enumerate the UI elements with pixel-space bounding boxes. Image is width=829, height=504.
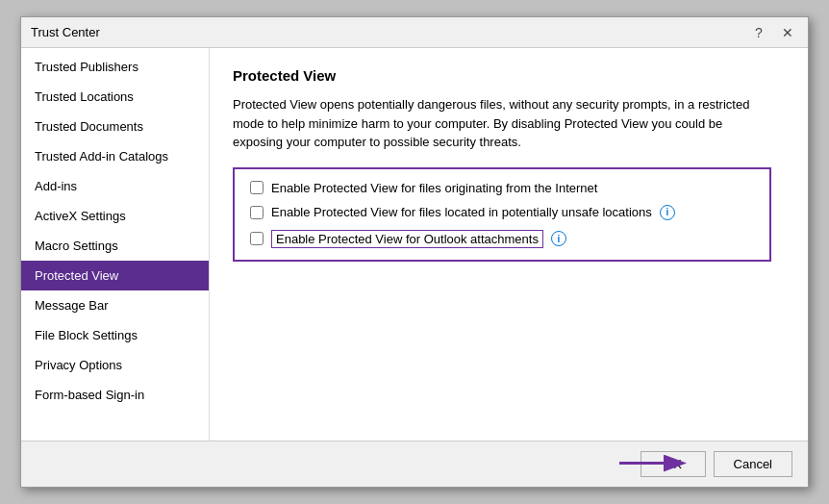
sidebar: Trusted Publishers Trusted Locations Tru… — [21, 48, 210, 441]
checkbox-outlook[interactable] — [250, 232, 264, 245]
close-button[interactable]: ✕ — [777, 22, 798, 43]
sidebar-item-trusted-documents[interactable]: Trusted Documents — [21, 112, 209, 141]
option-label-internet[interactable]: Enable Protected View for files originat… — [271, 181, 597, 195]
dialog-body: Trusted Publishers Trusted Locations Tru… — [21, 48, 808, 441]
option-row-internet: Enable Protected View for files originat… — [250, 181, 754, 195]
arrow-container — [615, 445, 692, 483]
info-icon-outlook[interactable]: i — [551, 231, 566, 246]
sidebar-item-trusted-publishers[interactable]: Trusted Publishers — [21, 52, 209, 82]
dialog-title: Trust Center — [31, 25, 100, 39]
sidebar-item-trusted-add-in-catalogs[interactable]: Trusted Add-in Catalogs — [21, 141, 209, 171]
checkbox-unsafe-locations[interactable] — [250, 206, 264, 219]
description-text: Protected View opens potentially dangero… — [233, 95, 752, 152]
title-bar-right: ? ✕ — [748, 22, 798, 43]
sidebar-item-privacy-options[interactable]: Privacy Options — [21, 350, 209, 380]
footer: OK Cancel — [21, 441, 808, 487]
sidebar-item-protected-view[interactable]: Protected View — [21, 261, 209, 290]
sidebar-item-macro-settings[interactable]: Macro Settings — [21, 231, 209, 261]
sidebar-item-activex-settings[interactable]: ActiveX Settings — [21, 201, 209, 231]
option-label-unsafe-locations[interactable]: Enable Protected View for files located … — [271, 205, 652, 219]
trust-center-dialog: Trust Center ? ✕ Trusted Publishers Trus… — [20, 16, 809, 488]
cancel-button[interactable]: Cancel — [714, 451, 792, 477]
checkbox-internet[interactable] — [250, 181, 264, 194]
options-box: Enable Protected View for files originat… — [233, 167, 771, 262]
sidebar-item-add-ins[interactable]: Add-ins — [21, 171, 209, 201]
section-title: Protected View — [233, 67, 785, 84]
sidebar-item-message-bar[interactable]: Message Bar — [21, 290, 209, 320]
sidebar-item-trusted-locations[interactable]: Trusted Locations — [21, 82, 209, 112]
option-row-outlook: Enable Protected View for Outlook attach… — [250, 230, 754, 248]
title-bar-left: Trust Center — [31, 25, 100, 39]
main-content: Protected View Protected View opens pote… — [210, 48, 808, 441]
ok-arrow-indicator — [615, 445, 692, 480]
option-row-unsafe-locations: Enable Protected View for files located … — [250, 205, 754, 220]
title-bar: Trust Center ? ✕ — [21, 17, 808, 48]
option-label-outlook[interactable]: Enable Protected View for Outlook attach… — [271, 230, 543, 248]
info-icon-unsafe-locations[interactable]: i — [660, 205, 675, 220]
help-button[interactable]: ? — [748, 22, 769, 43]
sidebar-item-file-block-settings[interactable]: File Block Settings — [21, 320, 209, 350]
sidebar-item-form-based-sign-in[interactable]: Form-based Sign-in — [21, 380, 209, 410]
